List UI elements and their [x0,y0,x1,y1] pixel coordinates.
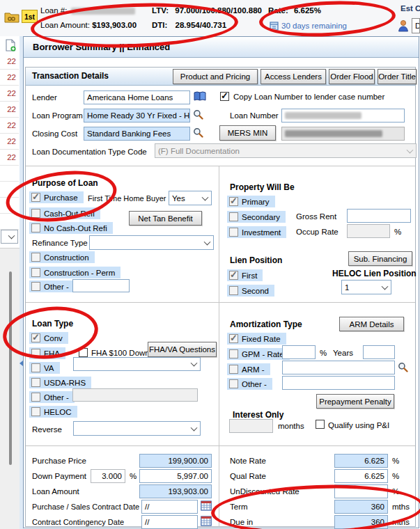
property-secondary-row[interactable]: Secondary [227,211,286,223]
purpose-nocashout-row[interactable]: No Cash-Out Refi [29,222,113,234]
loan-amount-field[interactable]: 193,903.00 [139,484,212,498]
purpose-other-row[interactable]: Other - [29,281,75,292]
order-flood-button[interactable]: Order Flood [329,69,375,84]
loan-type-heloc-row[interactable]: HELOC [29,406,77,418]
second-lien-checkbox[interactable] [229,286,238,295]
loan-type-fha-row[interactable]: FHA [29,347,65,359]
fha-va-questions-button[interactable]: FHA/VA Questions [148,342,217,357]
loan-type-other-row[interactable]: Other - [29,391,75,403]
amort-fixed-row[interactable]: Fixed Rate [227,333,286,345]
heloc-lien-position-dropdown[interactable]: 1 [341,280,391,294]
secondary-checkbox[interactable] [229,212,238,221]
va-checkbox[interactable] [31,363,40,372]
sidebar-list-item[interactable]: 22 [0,54,19,70]
va-dropdown[interactable] [73,357,201,371]
sidebar-list-item[interactable]: 22 [0,118,19,134]
amort-other-input[interactable] [282,376,395,390]
sidebar-list-item-empty[interactable] [0,182,19,198]
net-tan-benefit-button[interactable]: Net Tan Benefit [129,211,202,226]
undiscounted-rate-field[interactable] [334,484,388,498]
loan-program-search-icon[interactable] [193,109,203,120]
product-and-pricing-button[interactable]: Product and Pricing [173,69,258,84]
construction-checkbox[interactable] [31,253,40,262]
purpose-cashout-row[interactable]: Cash-Out Refi [29,207,100,219]
investment-checkbox[interactable] [229,228,238,237]
lender-input[interactable]: Americana Home Loans [84,90,190,104]
purpose-construction-perm-row[interactable]: Construction - Perm [29,267,120,278]
contingency-date-calendar-icon[interactable] [201,516,212,526]
fthb-dropdown[interactable]: Yes [169,191,212,205]
loan-type-other-input[interactable] [72,388,198,402]
closing-cost-input[interactable]: Standard Banking Fees [84,127,190,141]
sidebar-list-item-empty[interactable] [0,166,19,182]
due-in-field[interactable]: 360 [334,515,388,529]
arm-search-icon[interactable] [398,362,408,372]
contingency-date-input[interactable]: // [141,515,198,529]
sidebar-list-item-empty[interactable] [0,198,19,214]
term-field[interactable]: 360 [334,500,388,514]
sidebar-list-item[interactable]: 22 [0,134,19,150]
fha-checkbox[interactable] [31,349,40,358]
closing-cost-search-icon[interactable] [193,127,203,138]
primary-checkbox[interactable] [229,197,238,206]
purchase-checkbox[interactable] [31,193,40,202]
purpose-other-input[interactable] [72,279,130,292]
amort-other-checkbox[interactable] [229,379,238,388]
contact-person-icon[interactable] [398,19,409,32]
sidebar-scrollbar-thumb[interactable] [9,271,12,465]
address-book-icon[interactable] [194,91,206,102]
loan-program-input[interactable]: Home Ready 30 Yr Fixed - HRF30 [84,109,190,123]
refinance-type-dropdown[interactable] [89,235,214,250]
note-rate-field[interactable]: 6.625 [334,454,388,468]
amort-other-row[interactable]: Other - [227,378,272,390]
property-investment-row[interactable]: Investment [227,226,286,238]
sidebar-list-item-empty[interactable] [0,214,19,230]
gpm-checkbox[interactable] [229,349,238,358]
loan-type-usda-row[interactable]: USDA-RHS [29,377,91,388]
fixed-rate-checkbox[interactable] [229,334,238,343]
loan-type-conv-row[interactable]: Conv [29,332,68,344]
qualify-pi-checkbox[interactable] [316,420,325,429]
heloc-checkbox[interactable] [31,407,40,416]
conv-checkbox[interactable] [31,333,40,342]
qual-rate-field[interactable]: 6.625 [334,469,388,483]
gpm-years-input[interactable] [363,345,395,359]
loan-type-va-row[interactable]: VA [29,362,60,374]
arm-details-button[interactable]: ARM Details [339,317,404,331]
first-lien-checkbox[interactable] [229,271,238,280]
purchase-price-field[interactable]: 199,900.00 [139,454,212,468]
loan-number-input[interactable] [281,109,405,123]
linked-folder-icon[interactable] [4,11,20,23]
gross-rent-input[interactable] [347,209,411,223]
days-remaining-link[interactable]: 30 days remaining [281,22,347,30]
sub-financing-button[interactable]: Sub. Financing [348,251,412,266]
arm-input[interactable] [282,361,395,374]
sidebar-list-item[interactable]: 22 [0,150,19,166]
lien-second-row[interactable]: Second [227,285,274,297]
loan-type-other-checkbox[interactable] [31,393,40,402]
amort-gpm-row[interactable]: GPM - Rate [227,348,290,360]
doc-type-dropdown[interactable]: (F) Full Documentation [155,143,417,158]
access-lenders-button[interactable]: Access Lenders [260,69,326,84]
arm-checkbox[interactable] [229,365,238,374]
lien-first-row[interactable]: First [227,269,263,281]
construction-perm-checkbox[interactable] [31,268,40,277]
contract-date-calendar-icon[interactable] [201,500,212,511]
interest-only-months-input[interactable] [229,419,273,433]
property-primary-row[interactable]: Primary [227,196,275,207]
order-title-button[interactable]: Order Title [378,69,417,84]
fha-100-down-checkbox[interactable] [79,348,88,357]
no-cash-out-refi-checkbox[interactable] [31,223,40,232]
down-payment-field[interactable]: 5,997.00 [139,469,212,483]
sidebar-dropdown[interactable] [1,230,18,244]
new-document-icon[interactable] [4,39,17,52]
sidebar-list-item[interactable]: 22 [0,102,19,118]
purpose-other-checkbox[interactable] [31,282,40,291]
copy-loan-number-checkbox[interactable] [220,92,229,101]
purpose-construction-row[interactable]: Construction [29,251,95,263]
occup-rate-input[interactable] [347,224,390,238]
cash-out-refi-checkbox[interactable] [31,209,40,218]
purpose-purchase-row[interactable]: Purchase [29,191,84,203]
down-payment-pct-input[interactable]: 3.000 [91,469,125,483]
est-closing-field[interactable]: D [412,18,420,33]
